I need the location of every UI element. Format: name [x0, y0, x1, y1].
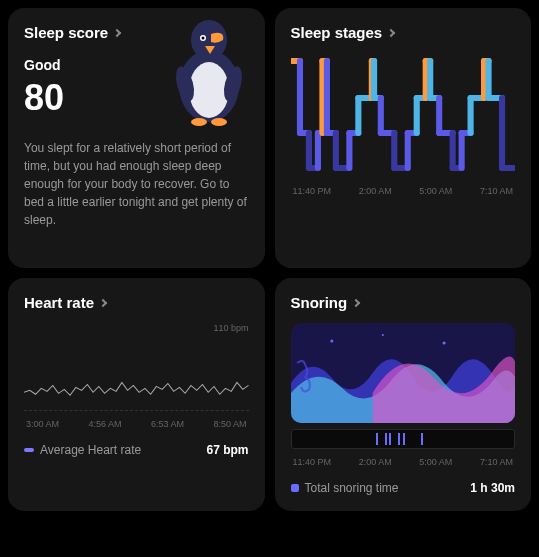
- heart-rate-legend-value: 67 bpm: [206, 443, 248, 457]
- svg-point-7: [191, 118, 207, 126]
- heart-rate-title: Heart rate: [24, 294, 94, 311]
- snoring-timeline: [291, 429, 516, 449]
- snoring-axis: 11:40 PM 2:00 AM 5:00 AM 7:10 AM: [291, 457, 516, 467]
- svg-point-58: [442, 342, 445, 345]
- axis-label: 7:10 AM: [480, 186, 513, 196]
- heart-rate-peak: 110 bpm: [24, 323, 249, 333]
- snore-event-tick: [398, 433, 400, 445]
- axis-label: 2:00 AM: [359, 186, 392, 196]
- heart-rate-card: Heart rate 110 bpm 3:00 AM 4:56 AM 6:53 …: [8, 278, 265, 511]
- penguin-icon: [165, 16, 253, 126]
- legend-color-icon: [291, 484, 299, 492]
- axis-label: 5:00 AM: [419, 186, 452, 196]
- sleep-stages-chart: [291, 53, 516, 178]
- axis-label: 11:40 PM: [293, 457, 332, 467]
- heart-rate-legend-label: Average Heart rate: [40, 443, 141, 457]
- heart-rate-axis: 3:00 AM 4:56 AM 6:53 AM 8:50 AM: [24, 419, 249, 429]
- chevron-right-icon: [113, 28, 121, 36]
- heart-rate-header[interactable]: Heart rate: [24, 294, 249, 311]
- svg-point-4: [201, 37, 204, 40]
- sleep-stages-header[interactable]: Sleep stages: [291, 24, 516, 41]
- snore-event-tick: [385, 433, 387, 445]
- snoring-title: Snoring: [291, 294, 348, 311]
- heart-rate-legend: Average Heart rate 67 bpm: [24, 443, 249, 457]
- snoring-header[interactable]: Snoring: [291, 294, 516, 311]
- legend-color-icon: [24, 448, 34, 452]
- chevron-right-icon: [99, 298, 107, 306]
- chevron-right-icon: [387, 28, 395, 36]
- sleep-stages-title: Sleep stages: [291, 24, 383, 41]
- axis-label: 4:56 AM: [88, 419, 121, 429]
- snoring-visual: [291, 323, 516, 423]
- axis-label: 8:50 AM: [213, 419, 246, 429]
- sleep-score-title: Sleep score: [24, 24, 108, 41]
- svg-point-1: [189, 62, 229, 118]
- snore-event-tick: [389, 433, 391, 445]
- sleep-stages-card: Sleep stages 11:40 PM 2:00 AM 5:00 AM 7:…: [275, 8, 532, 268]
- axis-label: 2:00 AM: [359, 457, 392, 467]
- axis-label: 3:00 AM: [26, 419, 59, 429]
- snore-event-tick: [421, 433, 423, 445]
- axis-label: 5:00 AM: [419, 457, 452, 467]
- svg-point-56: [330, 340, 333, 343]
- svg-point-57: [381, 334, 383, 336]
- snore-event-tick: [403, 433, 405, 445]
- sleep-score-card: Sleep score Good 80 You slept for a rela…: [8, 8, 265, 268]
- axis-label: 6:53 AM: [151, 419, 184, 429]
- snoring-legend: Total snoring time 1 h 30m: [291, 481, 516, 495]
- snoring-legend-label: Total snoring time: [305, 481, 399, 495]
- chevron-right-icon: [352, 298, 360, 306]
- svg-point-8: [211, 118, 227, 126]
- axis-label: 7:10 AM: [480, 457, 513, 467]
- heart-rate-chart: [24, 351, 249, 411]
- axis-label: 11:40 PM: [293, 186, 332, 196]
- snoring-legend-value: 1 h 30m: [470, 481, 515, 495]
- sleep-stages-axis: 11:40 PM 2:00 AM 5:00 AM 7:10 AM: [291, 186, 516, 196]
- sleep-score-description: You slept for a relatively short period …: [24, 139, 249, 229]
- snoring-card: Snoring 11:40 PM 2:00 AM 5:00 AM 7:10 AM: [275, 278, 532, 511]
- snore-event-tick: [376, 433, 378, 445]
